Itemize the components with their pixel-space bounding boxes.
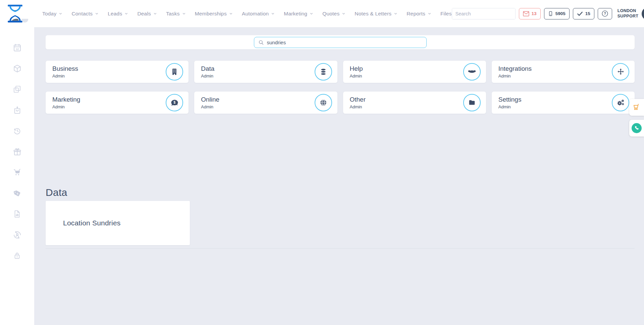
- nav-item-notes-letters[interactable]: Notes & Letters: [355, 11, 397, 17]
- card-integrations-admin[interactable]: Integrations Admin: [492, 61, 635, 83]
- cube-icon: [13, 64, 22, 73]
- history-icon: [13, 126, 22, 136]
- app-logo[interactable]: [7, 3, 23, 24]
- pos-cart-icon: [632, 103, 641, 112]
- phone-tab[interactable]: [629, 120, 644, 137]
- nav-label: Today: [42, 11, 56, 17]
- sidebar-item-point-of-sale[interactable]: [12, 168, 22, 177]
- card-settings-admin[interactable]: Settings Admin: [492, 92, 635, 114]
- card-text: Business Admin: [52, 65, 78, 78]
- sidebar-item-reports[interactable]: [12, 209, 22, 219]
- global-search-box: [452, 8, 516, 19]
- globe-icon: [315, 94, 332, 111]
- card-text: Marketing Admin: [52, 96, 80, 109]
- card-text: Help Admin: [350, 65, 363, 78]
- phone-icon: [634, 125, 639, 131]
- category-cards-grid: Business Admin Data Admin: [46, 61, 635, 114]
- sidebar-item-member-sync[interactable]: [12, 230, 22, 239]
- sidebar-item-pricing[interactable]: $: [12, 188, 22, 198]
- section-divider: [46, 248, 635, 249]
- nav-item-memberships[interactable]: Memberships: [195, 11, 233, 17]
- tasks-badge[interactable]: 15: [573, 8, 594, 19]
- module-search-input[interactable]: [267, 40, 422, 45]
- chevron-down-icon: [310, 12, 313, 15]
- phone-circle: [632, 123, 642, 133]
- svg-text:$: $: [173, 101, 175, 104]
- sidebar-item-packages[interactable]: [12, 64, 22, 73]
- question-circle-icon: ?: [601, 10, 608, 17]
- person-icon: [642, 7, 644, 20]
- member-sync-icon: [13, 230, 22, 239]
- result-label: Location Sundries: [63, 219, 121, 227]
- comment-dollar-icon: $: [166, 94, 183, 111]
- chevron-down-icon: [342, 12, 345, 15]
- chevron-down-icon: [95, 12, 99, 15]
- sidebar-item-collect-orders[interactable]: [12, 105, 22, 115]
- nav-label: Contacts: [71, 11, 93, 17]
- nav-label: Notes & Letters: [355, 11, 391, 17]
- chevron-down-icon: [394, 12, 397, 15]
- cart-icon: [13, 168, 22, 177]
- sidebar-item-history[interactable]: [12, 126, 22, 136]
- nav-item-tasks[interactable]: Tasks: [166, 11, 186, 17]
- messages-badge[interactable]: 13: [519, 8, 541, 19]
- check-icon: [577, 11, 583, 16]
- nav-item-contacts[interactable]: Contacts: [71, 11, 99, 17]
- sidebar-item-security[interactable]: [12, 251, 22, 260]
- sidebar-item-duplicates[interactable]: [12, 85, 22, 94]
- card-other-admin[interactable]: Other Admin: [343, 92, 486, 114]
- handshake-icon: [463, 63, 481, 80]
- card-help-admin[interactable]: Help Admin: [343, 61, 486, 83]
- icon-sidebar: 12: [0, 27, 34, 325]
- card-text: Settings Admin: [498, 96, 522, 109]
- chevron-down-icon: [124, 12, 128, 15]
- card-business-admin[interactable]: Business Admin: [46, 61, 189, 83]
- user-name: LONDON SUPPORT: [618, 8, 639, 19]
- envelope-icon: [523, 11, 529, 16]
- lock-icon: [13, 251, 21, 260]
- folder-icon: [463, 94, 481, 111]
- move-arrows-icon: [612, 63, 629, 80]
- nav-item-marketing[interactable]: Marketing: [284, 11, 313, 17]
- copy-icon: [13, 85, 21, 94]
- building-icon: [166, 63, 183, 80]
- sms-badge[interactable]: 5905: [544, 8, 570, 19]
- price-tag-icon: $: [13, 189, 22, 198]
- result-location-sundries[interactable]: Location Sundries: [46, 201, 190, 245]
- nav-item-files[interactable]: Files: [440, 11, 452, 17]
- svg-text:?: ?: [604, 12, 606, 15]
- nav-item-deals[interactable]: Deals: [137, 11, 157, 17]
- help-badge[interactable]: ?: [598, 8, 612, 19]
- module-search-band: [46, 35, 635, 49]
- card-data-admin[interactable]: Data Admin: [194, 61, 337, 83]
- nav-label: Deals: [137, 11, 151, 17]
- topbar-right: 13 5905 15 ? LONDON: [452, 7, 644, 20]
- results-section-heading: Data: [46, 187, 635, 198]
- sidebar-toggle-tab[interactable]: [21, 19, 28, 22]
- chevron-down-icon: [59, 12, 62, 15]
- card-marketing-admin[interactable]: Marketing Admin $: [46, 92, 189, 114]
- nav-item-quotes[interactable]: Quotes: [322, 11, 345, 17]
- nav-item-leads[interactable]: Leads: [108, 11, 128, 17]
- sidebar-item-calendar[interactable]: 12: [12, 43, 22, 52]
- top-bar: Today Contacts Leads Deals Tasks Members…: [0, 0, 644, 27]
- search-icon: [258, 40, 264, 45]
- nav-item-today[interactable]: Today: [42, 11, 62, 17]
- card-online-admin[interactable]: Online Admin: [194, 92, 337, 114]
- sidebar-item-rewards[interactable]: [12, 147, 22, 156]
- bag-collect-icon: [13, 106, 22, 115]
- nav-label: Automation: [242, 11, 269, 17]
- page: Today Contacts Leads Deals Tasks Members…: [0, 0, 644, 325]
- main-content: Business Admin Data Admin: [34, 27, 644, 325]
- gears-icon: [612, 94, 629, 111]
- mobile-icon: [548, 10, 553, 17]
- gift-icon: [13, 147, 22, 156]
- pos-cart-tab[interactable]: [629, 99, 644, 116]
- user-avatar[interactable]: [642, 7, 644, 20]
- nav-label: Leads: [108, 11, 122, 17]
- sms-count: 5905: [555, 11, 566, 16]
- messages-count: 13: [532, 11, 537, 16]
- global-search-input[interactable]: [452, 8, 516, 19]
- nav-item-reports[interactable]: Reports: [407, 11, 431, 17]
- nav-item-automation[interactable]: Automation: [242, 11, 275, 17]
